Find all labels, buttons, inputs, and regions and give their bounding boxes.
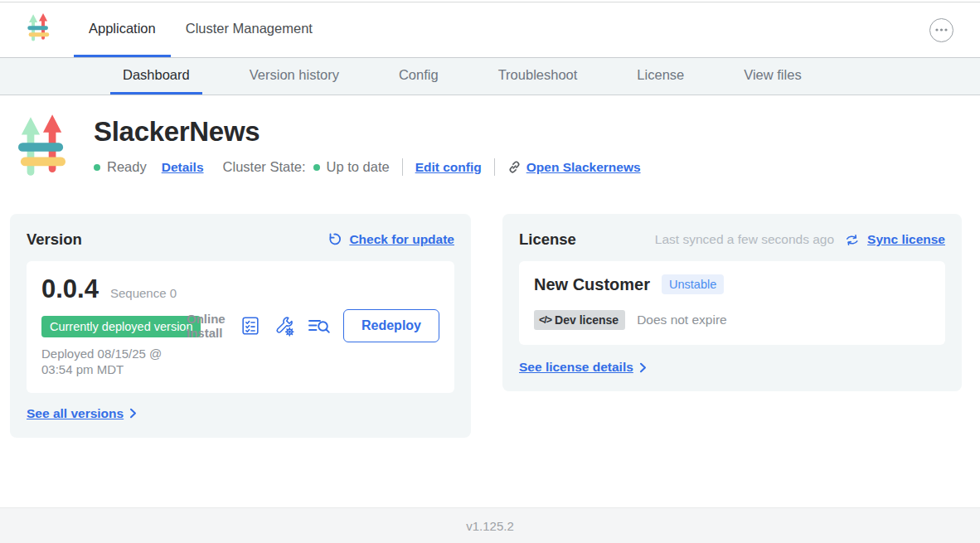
version-sequence: Sequence 0 — [110, 286, 177, 300]
cluster-state-value: Up to date — [327, 159, 390, 175]
app-status-label: Ready — [107, 159, 147, 175]
deployed-timestamp: Deployed 08/15/25 @ 03:54 pm MDT — [41, 347, 187, 378]
top-navigation: Application Cluster Management — [0, 2, 980, 57]
external-link-chain-icon — [507, 160, 522, 174]
app-sub-navigation: Dashboard Version history Config Trouble… — [0, 57, 980, 95]
tab-cluster-management[interactable]: Cluster Management — [171, 2, 327, 57]
console-footer: v1.125.2 — [0, 507, 980, 543]
app-status-row: Ready Details Cluster State: Up to date … — [94, 158, 641, 176]
last-synced-text: Last synced a few seconds ago — [655, 232, 834, 247]
channel-badge: Unstable — [662, 274, 724, 294]
code-icon: </> — [539, 314, 551, 326]
status-details-link[interactable]: Details — [162, 160, 204, 175]
deployed-badge: Currently deployed version — [41, 316, 201, 337]
edit-config-link[interactable]: Edit config — [415, 160, 482, 175]
app-header: SlackerNews Ready Details Cluster State:… — [0, 95, 980, 186]
sync-arrows-icon — [845, 233, 860, 247]
see-license-details-link[interactable]: See license details — [519, 360, 633, 375]
chevron-right-icon — [639, 362, 647, 373]
open-app-link[interactable]: Open Slackernews — [526, 160, 641, 175]
license-expiry: Does not expire — [637, 313, 727, 327]
page-title: SlackerNews — [94, 116, 641, 148]
console-version: v1.125.2 — [466, 519, 514, 533]
see-all-versions-link[interactable]: See all versions — [27, 406, 124, 421]
version-card-title: Version — [27, 230, 82, 249]
overflow-menu-button[interactable] — [929, 18, 953, 42]
app-ready-dot-icon — [94, 164, 100, 171]
top-tabs: Application Cluster Management — [74, 2, 327, 57]
tab-application[interactable]: Application — [74, 2, 171, 57]
version-number: 0.0.4 — [41, 274, 99, 304]
refresh-icon — [327, 232, 342, 247]
chevron-right-icon — [129, 408, 137, 419]
check-for-update-link[interactable]: Check for update — [349, 232, 454, 247]
customer-name: New Customer — [534, 275, 650, 294]
divider — [494, 158, 495, 176]
tab-view-files[interactable]: View files — [731, 58, 813, 95]
cluster-state-dot-icon — [313, 164, 320, 171]
config-wrench-gear-icon[interactable] — [273, 315, 295, 337]
app-logo-icon — [27, 12, 50, 47]
tab-license[interactable]: License — [624, 58, 696, 95]
license-panel: New Customer Unstable </> Dev license Do… — [519, 261, 945, 345]
cluster-state-label: Cluster State: — [223, 159, 306, 175]
tab-troubleshoot[interactable]: Troubleshoot — [486, 58, 590, 95]
install-type-label: Online Install — [187, 312, 228, 341]
tab-version-history[interactable]: Version history — [237, 58, 352, 95]
sync-license-link[interactable]: Sync license — [867, 232, 945, 247]
license-type-label: Dev license — [555, 313, 619, 327]
divider — [402, 158, 403, 176]
dashboard-main: SlackerNews Ready Details Cluster State:… — [0, 95, 980, 438]
license-card-title: License — [519, 230, 576, 249]
tab-dashboard[interactable]: Dashboard — [110, 58, 202, 95]
tab-config[interactable]: Config — [386, 58, 451, 95]
app-logo-large — [18, 113, 66, 186]
redeploy-button[interactable]: Redeploy — [343, 309, 439, 342]
ellipsis-icon — [935, 28, 948, 32]
license-type-badge: </> Dev license — [534, 310, 625, 330]
license-card: License Last synced a few seconds ago Sy… — [502, 214, 962, 391]
view-logs-search-icon[interactable] — [307, 315, 332, 337]
dashboard-cards: Version Check for update 0.0.4 Sequ — [10, 214, 962, 438]
version-card: Version Check for update 0.0.4 Sequ — [10, 214, 471, 438]
current-version-panel: 0.0.4 Sequence 0 Currently deployed vers… — [27, 261, 454, 393]
preflight-checks-icon[interactable] — [240, 315, 261, 337]
